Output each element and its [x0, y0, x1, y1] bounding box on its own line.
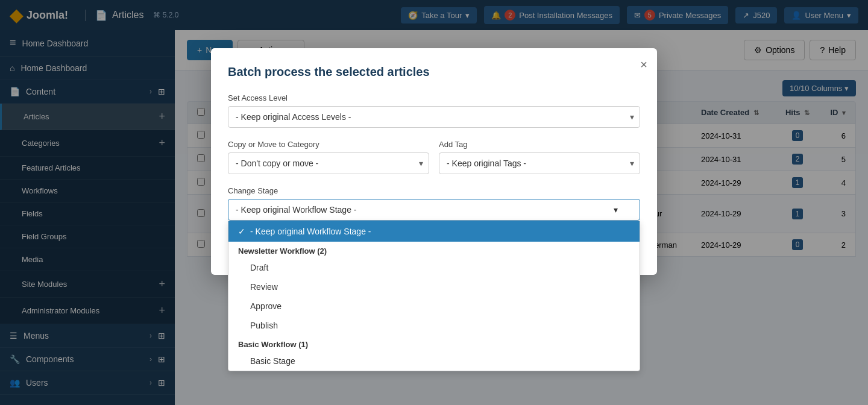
change-stage-group: Change Stage - Keep original Workflow St… [228, 186, 640, 221]
dropdown-item-publish[interactable]: Publish [228, 316, 640, 335]
dropdown-group-basic: Basic Workflow (1) [228, 335, 640, 351]
change-stage-label: Change Stage [228, 186, 640, 195]
dropdown-group-newsletter: Newsletter Workflow (2) [228, 242, 640, 258]
dropdown-item-approve[interactable]: Approve [228, 297, 640, 316]
modal-overlay: Batch process the selected articles × Se… [0, 0, 868, 405]
dropdown-item-keep-original[interactable]: ✓ - Keep original Workflow Stage - [228, 221, 640, 242]
chevron-down-icon: ▾ [614, 205, 618, 215]
copy-move-wrapper: - Don't copy or move - ▾ [228, 152, 429, 174]
add-tag-wrapper: - Keep original Tags - ▾ [439, 152, 640, 174]
dropdown-item-basic-stage[interactable]: Basic Stage [228, 351, 640, 371]
copy-move-label: Copy or Move to Category [228, 140, 429, 149]
batch-process-modal: Batch process the selected articles × Se… [211, 48, 657, 275]
change-stage-wrapper: - Keep original Workflow Stage - ▾ ✓ - K… [228, 199, 640, 221]
stage-dropdown-list: ✓ - Keep original Workflow Stage - Newsl… [228, 221, 640, 371]
dropdown-item-draft[interactable]: Draft [228, 258, 640, 277]
copy-move-group: Copy or Move to Category - Don't copy or… [228, 140, 429, 174]
add-tag-group: Add Tag - Keep original Tags - ▾ [439, 140, 640, 174]
check-icon: ✓ [238, 227, 245, 236]
access-level-group: Set Access Level - Keep original Access … [228, 93, 640, 128]
dropdown-item-review[interactable]: Review [228, 277, 640, 297]
access-level-wrapper: - Keep original Access Levels - ▾ [228, 106, 640, 128]
modal-close-button[interactable]: × [640, 58, 647, 72]
add-tag-select[interactable]: - Keep original Tags - [439, 152, 640, 174]
copy-move-select[interactable]: - Don't copy or move - [228, 152, 429, 174]
access-level-label: Set Access Level [228, 93, 640, 102]
add-tag-label: Add Tag [439, 140, 640, 149]
modal-title: Batch process the selected articles [228, 65, 640, 79]
access-level-select[interactable]: - Keep original Access Levels - [228, 106, 640, 128]
change-stage-select[interactable]: - Keep original Workflow Stage - ▾ [228, 199, 640, 221]
copy-move-row: Copy or Move to Category - Don't copy or… [228, 140, 640, 186]
